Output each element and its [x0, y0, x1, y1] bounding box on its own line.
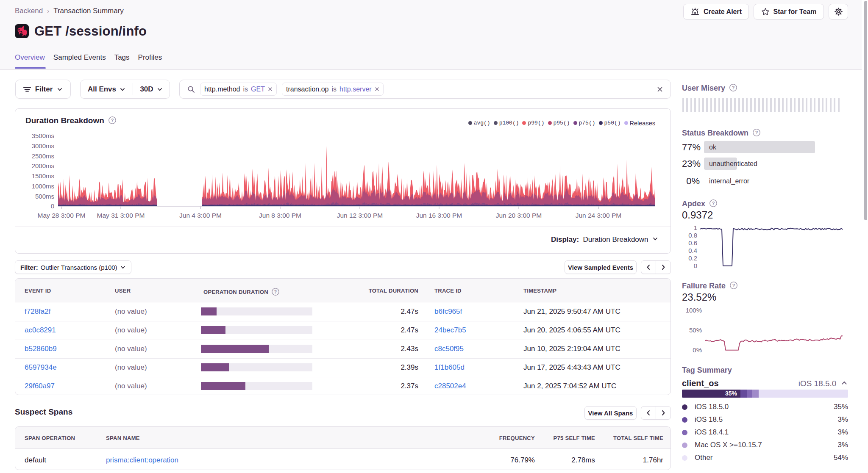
- svg-text:1: 1: [694, 224, 697, 231]
- svg-text:500ms: 500ms: [35, 193, 54, 200]
- svg-text:0.8: 0.8: [688, 232, 697, 239]
- svg-text:Jun 12 3:00 PM: Jun 12 3:00 PM: [337, 212, 383, 219]
- svg-text:Jun 20 3:00 PM: Jun 20 3:00 PM: [496, 212, 542, 219]
- svg-text:50%: 50%: [689, 326, 702, 334]
- svg-text:Jun 24 3:00 PM: Jun 24 3:00 PM: [576, 212, 622, 219]
- svg-text:May 28 3:00 PM: May 28 3:00 PM: [38, 212, 86, 219]
- svg-text:1000ms: 1000ms: [32, 183, 54, 190]
- svg-text:Jun 16 3:00 PM: Jun 16 3:00 PM: [416, 212, 462, 219]
- svg-text:0: 0: [694, 262, 697, 269]
- svg-text:1500ms: 1500ms: [32, 172, 54, 180]
- svg-text:?: ?: [732, 283, 735, 288]
- svg-text:100%: 100%: [686, 307, 702, 314]
- svg-text:?: ?: [274, 289, 277, 294]
- svg-text:0.2: 0.2: [688, 254, 697, 262]
- svg-text:?: ?: [755, 130, 758, 135]
- svg-text:2000ms: 2000ms: [32, 162, 54, 169]
- svg-text:May 31 3:00 PM: May 31 3:00 PM: [97, 212, 145, 219]
- svg-text:Jun 4 3:00 PM: Jun 4 3:00 PM: [179, 212, 222, 219]
- svg-text:?: ?: [712, 201, 715, 206]
- svg-text:0.4: 0.4: [688, 247, 697, 254]
- svg-text:Jun 8 3:00 PM: Jun 8 3:00 PM: [259, 212, 301, 219]
- svg-text:3500ms: 3500ms: [32, 132, 54, 139]
- svg-text:3000ms: 3000ms: [32, 142, 54, 149]
- svg-text:0.6: 0.6: [688, 239, 697, 246]
- svg-text:0%: 0%: [693, 346, 702, 354]
- svg-text:2500ms: 2500ms: [32, 152, 54, 160]
- svg-text:0: 0: [51, 202, 54, 210]
- svg-text:?: ?: [732, 85, 735, 90]
